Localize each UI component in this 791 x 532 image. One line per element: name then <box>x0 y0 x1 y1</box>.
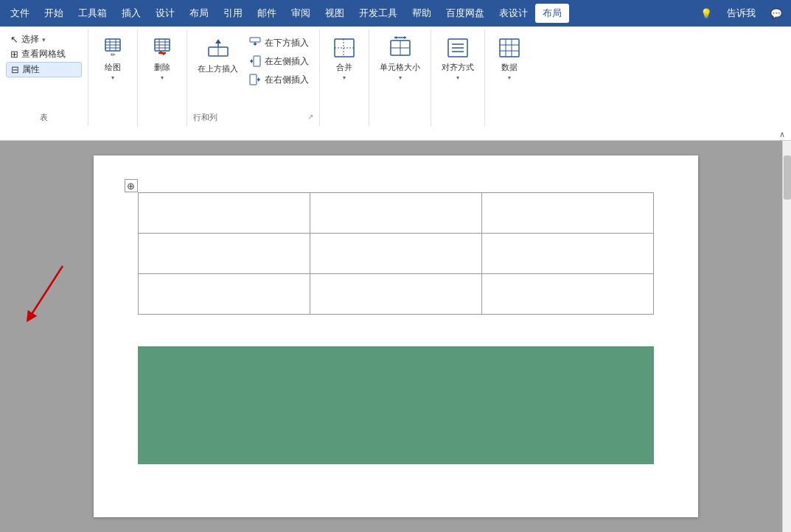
table-cell[interactable] <box>310 274 481 315</box>
menu-item-toolbox[interactable]: 工具箱 <box>71 4 114 23</box>
table-cell[interactable] <box>138 274 310 315</box>
table-cell[interactable] <box>481 274 653 315</box>
insert-right-btn[interactable]: 在右侧插入 <box>244 71 313 88</box>
gridlines-btn[interactable]: ⊞ 查看网格线 <box>6 47 82 61</box>
ribbon-bottom-bar: ∧ <box>0 129 791 140</box>
menu-item-layout-active[interactable]: 布局 <box>535 4 569 23</box>
gridlines-label: 查看网格线 <box>21 49 66 60</box>
table-group-items: ↖ 选择 ▾ ⊞ 查看网格线 ⊟ 属性 <box>6 32 82 111</box>
properties-btn[interactable]: ⊟ 属性 <box>6 62 82 77</box>
select-dropdown: ▾ <box>42 36 46 43</box>
merge-icon <box>331 35 358 60</box>
menu-item-table-design[interactable]: 表设计 <box>492 4 535 23</box>
table-group-label: 表 <box>6 111 82 123</box>
document-page: ⊕ <box>94 155 698 517</box>
svg-rect-25 <box>250 74 257 85</box>
draw-label: 绘图 <box>105 63 121 72</box>
menu-item-help[interactable]: 帮助 <box>405 4 439 23</box>
move-icon: ⊕ <box>127 181 135 192</box>
insert-right-label: 在右侧插入 <box>265 74 309 85</box>
svg-marker-24 <box>250 59 252 63</box>
menu-item-layout[interactable]: 布局 <box>182 4 216 23</box>
cell-size-items: 单元格大小 ▾ <box>375 32 425 113</box>
delete-btn[interactable]: 删除 ▾ <box>144 32 181 84</box>
cell-size-icon <box>387 35 414 60</box>
data-label: 数据 <box>501 63 518 72</box>
table-cell[interactable] <box>310 193 481 234</box>
alignment-icon <box>445 35 471 60</box>
gridlines-icon: ⊞ <box>10 49 18 60</box>
properties-label: 属性 <box>22 64 40 75</box>
table-row <box>138 193 653 234</box>
annotation-arrow <box>0 259 88 347</box>
merge-btn[interactable]: 合并 ▾ <box>326 32 363 84</box>
tell-me-btn[interactable]: 告诉我 <box>721 4 762 23</box>
svg-marker-17 <box>215 39 221 43</box>
menu-item-file[interactable]: 文件 <box>3 4 37 23</box>
rows-cols-group-label: 行和列 <box>193 111 217 123</box>
table-row <box>138 274 653 315</box>
data-dropdown: ▾ <box>508 74 511 81</box>
svg-marker-35 <box>394 36 397 39</box>
properties-icon: ⊟ <box>11 64 19 75</box>
insert-below-btn[interactable]: 在下方插入 <box>244 34 313 52</box>
insert-left-btn[interactable]: 在左侧插入 <box>244 52 313 70</box>
table-cell[interactable] <box>481 193 653 234</box>
delete-icon <box>149 35 175 60</box>
table-cell[interactable] <box>310 234 481 274</box>
comment-icon[interactable]: 💬 <box>764 5 788 22</box>
draw-icon: ✏ <box>100 35 126 60</box>
menu-item-mail[interactable]: 邮件 <box>250 4 284 23</box>
scrollbar-thumb[interactable] <box>784 155 791 200</box>
merge-items: 合并 ▾ <box>326 32 363 113</box>
table-cell[interactable] <box>138 234 310 274</box>
alignment-items: 对齐方式 ▾ <box>437 32 478 113</box>
merge-dropdown: ▾ <box>343 74 346 81</box>
draw-btn[interactable]: ✏ 绘图 ▾ <box>94 32 131 84</box>
ribbon-group-cell-size: 单元格大小 ▾ - <box>369 29 431 126</box>
table-cell[interactable] <box>481 234 653 274</box>
rows-cols-items: 在上方插入 在下方插入 <box>193 32 313 111</box>
table-cell[interactable] <box>138 193 310 234</box>
data-items: 数据 ▾ <box>491 32 528 113</box>
draw-dropdown: ▾ <box>111 74 114 81</box>
vertical-scrollbar[interactable] <box>782 141 791 532</box>
document-area: ⊕ <box>0 141 791 532</box>
data-btn[interactable]: 数据 ▾ <box>491 32 528 84</box>
menu-item-reference[interactable]: 引用 <box>216 4 250 23</box>
insert-above-btn[interactable]: 在上方插入 <box>193 32 243 84</box>
image-block[interactable] <box>138 346 654 464</box>
menu-item-review[interactable]: 审阅 <box>284 4 318 23</box>
svg-rect-41 <box>500 39 519 57</box>
ribbon-group-merge: 合并 ▾ - <box>320 29 369 126</box>
svg-line-14 <box>160 52 164 55</box>
svg-marker-27 <box>258 77 260 82</box>
svg-marker-21 <box>253 43 257 46</box>
ribbon-group-table: ↖ 选择 ▾ ⊞ 查看网格线 ⊟ 属性 表 <box>0 29 88 126</box>
insert-small-stack: 在下方插入 在左侧插入 <box>244 32 313 90</box>
ribbon-collapse-btn[interactable]: ∧ <box>779 130 785 139</box>
menu-right: 💡 告诉我 💬 <box>694 4 788 23</box>
insert-above-label: 在上方插入 <box>198 64 238 74</box>
document-table[interactable] <box>138 192 654 315</box>
menu-item-view[interactable]: 视图 <box>318 4 352 23</box>
table-move-handle[interactable]: ⊕ <box>125 179 138 192</box>
alignment-dropdown: ▾ <box>456 74 459 81</box>
ribbon-group-draw: ✏ 绘图 ▾ - <box>88 29 138 126</box>
menu-item-baidu[interactable]: 百度网盘 <box>439 4 492 23</box>
alignment-btn[interactable]: 对齐方式 ▾ <box>437 32 478 84</box>
menu-item-design[interactable]: 设计 <box>148 4 182 23</box>
table-row <box>138 234 653 274</box>
menu-item-dev[interactable]: 开发工具 <box>352 4 405 23</box>
svg-marker-36 <box>404 36 406 39</box>
select-btn[interactable]: ↖ 选择 ▾ <box>6 32 82 46</box>
svg-line-47 <box>29 266 63 318</box>
cell-size-dropdown: ▾ <box>399 74 402 81</box>
rows-cols-dialog-icon[interactable]: ↗ <box>307 113 313 121</box>
insert-right-icon <box>248 73 262 86</box>
lightbulb-icon[interactable]: 💡 <box>694 5 718 22</box>
menu-item-insert[interactable]: 插入 <box>114 4 148 23</box>
insert-above-icon <box>205 35 231 62</box>
cell-size-btn[interactable]: 单元格大小 ▾ <box>375 32 425 84</box>
menu-item-start[interactable]: 开始 <box>37 4 71 23</box>
